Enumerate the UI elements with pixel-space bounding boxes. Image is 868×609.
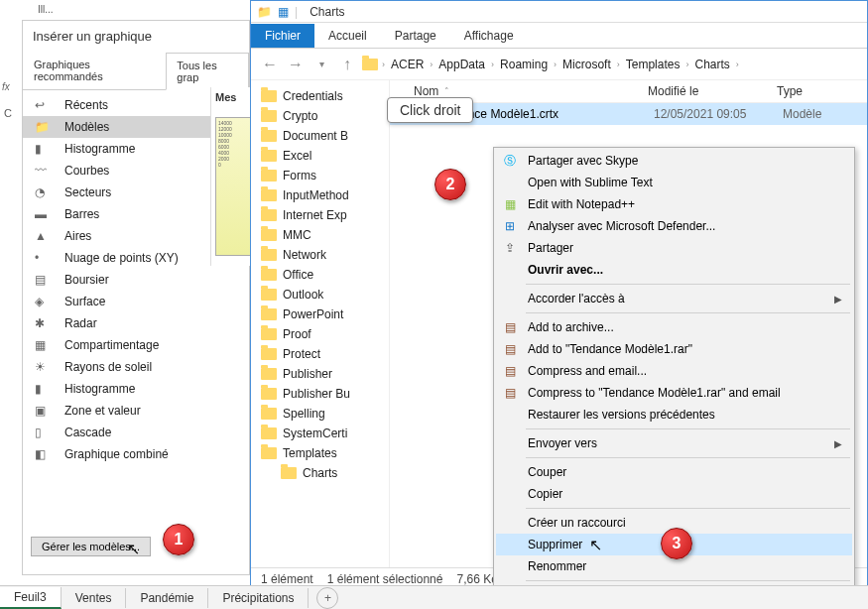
nav-forward-icon[interactable]: → <box>285 56 307 73</box>
tab-all-charts[interactable]: Tous les grap <box>166 53 249 90</box>
chart-type-zone-et-valeur[interactable]: ▣Zone et valeur <box>23 400 249 422</box>
breadcrumb-item[interactable]: ACER <box>389 56 426 73</box>
tree-folder[interactable]: Charts <box>261 463 389 483</box>
menu-item[interactable]: ▤Add to archive... <box>496 316 852 338</box>
column-header-c: C <box>4 107 12 119</box>
chart-type-icon: • <box>35 251 55 265</box>
tree-folder[interactable]: Internet Exp <box>261 205 389 225</box>
breadcrumb[interactable]: › ACER›AppData›Roaming›Microsoft›Templat… <box>362 56 739 73</box>
chart-type-boursier[interactable]: ▤Boursier <box>23 269 249 291</box>
folder-label: Forms <box>283 169 316 183</box>
tree-folder[interactable]: Document B <box>261 126 389 146</box>
chart-type-label: Secteurs <box>64 185 111 199</box>
menu-item[interactable]: ▤Compress to "Tendance Modèle1.rar" and … <box>496 382 852 404</box>
menu-item[interactable]: ⇪Partager <box>496 237 852 259</box>
tree-folder[interactable]: PowerPoint <box>261 304 389 324</box>
sheet-tab[interactable]: Feuil3 <box>0 587 62 609</box>
chart-type-icon: ▮ <box>35 382 55 396</box>
menu-item[interactable]: ⓈPartager avec Skype <box>496 150 852 172</box>
menu-item[interactable]: Restaurer les versions précédentes <box>496 404 852 426</box>
tree-folder[interactable]: Excel <box>261 146 389 166</box>
chart-type-compartimentage[interactable]: ▦Compartimentage <box>23 334 249 356</box>
window-title: Charts <box>310 5 344 19</box>
menu-item[interactable]: Open with Sublime Text <box>496 172 852 193</box>
add-sheet-button[interactable]: + <box>316 587 338 609</box>
menu-item[interactable]: ⊞Analyser avec Microsoft Defender... <box>496 215 852 237</box>
folder-label: Spelling <box>283 407 325 421</box>
tree-folder[interactable]: Publisher Bu <box>261 384 389 404</box>
chart-type-surface[interactable]: ◈Surface <box>23 291 249 312</box>
tab-home[interactable]: Accueil <box>314 24 381 48</box>
chart-type-label: Aires <box>64 229 91 243</box>
tree-folder[interactable]: MMC <box>261 225 389 245</box>
folder-icon <box>261 408 277 420</box>
tree-folder[interactable]: SystemCerti <box>261 424 389 443</box>
menu-item[interactable]: ▤Compress and email... <box>496 360 852 382</box>
menu-item[interactable]: Copier <box>496 483 852 505</box>
tree-folder[interactable]: Publisher <box>261 364 389 384</box>
tree-folder[interactable]: InputMethod <box>261 185 389 205</box>
tree-folder[interactable]: Network <box>261 245 389 265</box>
qat-props-icon[interactable]: ▦ <box>278 5 289 19</box>
folder-label: Publisher <box>283 367 332 381</box>
status-selected: 1 élément sélectionné <box>327 572 443 586</box>
menu-item-label: Restaurer les versions précédentes <box>528 408 715 422</box>
tab-view[interactable]: Affichage <box>450 24 528 48</box>
chart-type-rayons-de-soleil[interactable]: ☀Rayons de soleil <box>23 356 249 378</box>
chart-type-graphique-combin-[interactable]: ◧Graphique combiné <box>23 443 249 465</box>
manage-templates-button[interactable]: Gérer les modèles... <box>31 537 151 556</box>
menu-item-label: Copier <box>528 487 562 501</box>
menu-item[interactable]: ▦Edit with Notepad++ <box>496 193 852 215</box>
tab-share[interactable]: Partage <box>381 24 450 48</box>
breadcrumb-item[interactable]: Charts <box>692 56 731 73</box>
tab-file[interactable]: Fichier <box>251 24 314 48</box>
sheet-tab[interactable]: Précipitations <box>208 588 309 608</box>
chevron-right-icon: › <box>554 60 557 69</box>
folder-tree[interactable]: CredentialsCryptoDocument BExcelFormsInp… <box>251 80 390 567</box>
folder-icon <box>261 447 277 459</box>
file-modified: 12/05/2021 09:05 <box>654 107 783 121</box>
tree-folder[interactable]: Outlook <box>261 285 389 304</box>
sheet-tab-bar: Feuil3VentesPandémiePrécipitations+ <box>0 585 868 609</box>
breadcrumb-item[interactable]: AppData <box>436 56 487 73</box>
chevron-right-icon: › <box>491 60 494 69</box>
tree-folder[interactable]: Office <box>261 265 389 285</box>
breadcrumb-item[interactable]: Templates <box>624 56 682 73</box>
col-modified-label[interactable]: Modifié le <box>648 84 777 98</box>
nav-back-icon[interactable]: ← <box>259 56 281 73</box>
folder-label: Protect <box>283 347 320 361</box>
menu-item[interactable]: Envoyer vers▶ <box>496 432 852 454</box>
chart-type-radar[interactable]: ✱Radar <box>23 312 249 334</box>
folder-icon <box>261 368 277 380</box>
tree-folder[interactable]: Protect <box>261 344 389 364</box>
folder-icon <box>261 150 277 162</box>
tree-folder[interactable]: Templates <box>261 443 389 463</box>
nav-dropdown-icon[interactable]: ▾ <box>310 59 332 69</box>
tree-folder[interactable]: Proof <box>261 324 389 344</box>
folder-label: Internet Exp <box>283 208 347 222</box>
tree-folder[interactable]: Forms <box>261 166 389 185</box>
col-type-label[interactable]: Type <box>777 84 867 98</box>
chart-type-cascade[interactable]: ▯Cascade <box>23 422 249 443</box>
tree-folder[interactable]: Crypto <box>261 106 389 126</box>
status-count: 1 élément <box>261 572 313 586</box>
menu-item[interactable]: ▤Add to "Tendance Modèle1.rar" <box>496 338 852 360</box>
folder-label: Credentials <box>283 89 343 103</box>
nav-up-icon[interactable]: ↑ <box>336 56 358 73</box>
tab-recommended-charts[interactable]: Graphiques recommandés <box>23 52 166 89</box>
breadcrumb-item[interactable]: Microsoft <box>560 56 613 73</box>
chart-type-histogramme[interactable]: ▮Histogramme <box>23 378 249 400</box>
menu-item[interactable]: Ouvrir avec... <box>496 259 852 281</box>
menu-item[interactable]: Couper <box>496 461 852 483</box>
sheet-tab[interactable]: Pandémie <box>126 588 208 608</box>
sort-icon[interactable]: ˄ <box>444 86 449 96</box>
chart-type-label: Graphique combiné <box>64 447 169 461</box>
col-name-label[interactable]: Nom <box>414 84 438 98</box>
tree-folder[interactable]: Spelling <box>261 404 389 424</box>
sheet-tab[interactable]: Ventes <box>62 588 127 608</box>
menu-item[interactable]: Accorder l'accès à▶ <box>496 288 852 309</box>
tree-folder[interactable]: Credentials <box>261 86 389 106</box>
rar-icon: ▤ <box>502 385 518 401</box>
breadcrumb-item[interactable]: Roaming <box>498 56 550 73</box>
file-type: Modèle <box>783 107 821 121</box>
